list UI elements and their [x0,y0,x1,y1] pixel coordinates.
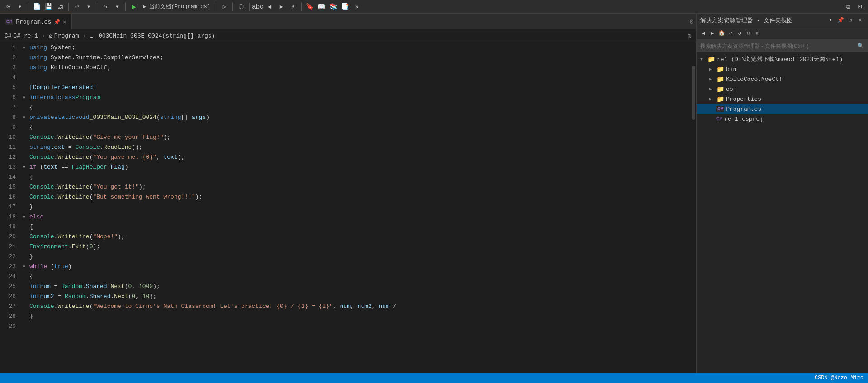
rp-maximize-icon[interactable]: ⊡ [846,16,854,24]
collapse-arrow-24 [20,272,28,282]
quick-launch-icon[interactable]: ⚡ [289,2,298,11]
run-button[interactable]: ▶ [129,2,138,11]
status-bar: CSDN @Nozo_Mizo [0,373,868,383]
line-number-14: 14 [5,172,16,182]
rp-toolbar-forward[interactable]: ▶ [708,29,716,38]
code-line-20: Console.WriteLine("Nope!"); [29,232,691,242]
rp-dropdown-icon[interactable]: ▾ [826,16,835,24]
bookmark2-icon[interactable]: 📖 [317,2,326,11]
code-line-7: { [29,103,691,113]
breadcrumb-class[interactable]: ⚙ Program [49,33,79,40]
breakpoint-icon[interactable]: ⬡ [237,2,246,11]
tree-item-2[interactable]: ▶📁obj [697,84,868,94]
line-number-9: 9 [5,123,16,132]
bookmark-icon[interactable]: 🔖 [305,2,314,11]
toolbar-right-2[interactable]: ⊡ [855,2,864,11]
collapse-arrow-27 [20,302,28,312]
line-number-22: 22 [5,252,16,262]
main-area: C# Program.cs 📌 ✕ ⚙ C# C# re-1 › ⚙ Progr… [0,14,868,373]
collapse-arrow-6[interactable]: ▼ [20,93,28,103]
tree-item-4[interactable]: C#Program.cs [697,104,868,114]
toolbar-dropdown-1[interactable]: ▾ [15,2,24,11]
new-file-icon[interactable]: 📄 [32,2,41,11]
line-number-29: 29 [5,322,16,331]
tree-item-0[interactable]: ▶📁bin [697,64,868,74]
toolbar-icon-1[interactable]: ⊙ [4,2,13,11]
collapse-arrow-23[interactable]: ▼ [20,262,28,272]
code-content[interactable]: using System;using System.Runtime.Compil… [28,43,691,373]
rp-close-icon[interactable]: ✕ [856,16,864,24]
tab-pin-icon[interactable]: 📌 [54,19,60,25]
root-label: re1 (D:\浏览器下载\moectf2023天网\re1) [717,55,843,63]
editor-breadcrumb: C# C# re-1 › ⚙ Program › ☁ _003CMain_003… [0,29,696,43]
line-number-4: 4 [5,73,16,83]
breadcrumb-method[interactable]: ☁ _003CMain_003E_0024(string[] args) [90,33,215,40]
tab-close-icon[interactable]: ✕ [63,19,66,25]
collapse-arrow-14 [20,172,28,182]
line-number-26: 26 [5,292,16,302]
save-icon[interactable]: 💾 [44,2,53,11]
run-label[interactable]: ▶ 当前文档(Program.cs) [141,2,212,11]
solution-search-icon[interactable]: 🔍 [856,42,864,50]
collapse-arrow-10 [20,132,28,142]
nav-back-icon[interactable]: ◀ [265,2,274,11]
method-icon: ☁ [90,33,93,40]
save-all-icon[interactable]: 🗂 [56,2,65,11]
toolbar-more[interactable]: » [352,2,361,11]
editor-scrollbar[interactable] [691,43,696,373]
line-number-20: 20 [5,232,16,242]
tree-item-1[interactable]: ▶📁KoitoCoco.MoeCtf [697,74,868,84]
code-line-11: string text = Console.ReadLine(); [29,142,691,152]
bookmark3-icon[interactable]: 📚 [329,2,338,11]
rp-toolbar-home[interactable]: 🏠 [717,29,726,38]
breadcrumb-lang[interactable]: C# C# re-1 [5,33,38,39]
tree-item-3[interactable]: ▶📁Properties [697,94,868,104]
code-line-17: } [29,202,691,212]
proj-icon-5: C# [716,116,722,122]
rp-toolbar-back[interactable]: ◀ [699,29,707,38]
breadcrumb-scroll-right[interactable]: ⊕ [687,32,692,41]
collapse-arrow-1[interactable]: ▼ [20,43,28,53]
line-number-6: 6 [5,93,16,103]
play-icon[interactable]: ▷ [220,2,229,11]
solution-search-input[interactable] [700,43,854,49]
collapse-arrow-2 [20,53,28,63]
toolbar-right-1[interactable]: ⧉ [844,2,853,11]
redo-icon[interactable]: ↪ [101,2,110,11]
rp-pin-icon[interactable]: 📌 [836,16,844,24]
line-number-25: 25 [5,282,16,292]
collapse-arrow-8[interactable]: ▼ [20,113,28,123]
editor-tab-program[interactable]: C# Program.cs 📌 ✕ [0,14,72,29]
collapse-arrow-28 [20,312,28,322]
rp-toolbar-refresh[interactable]: ↺ [735,29,744,38]
collapse-arrow-22 [20,252,28,262]
code-line-13: if (text == FlagHelper.Flag) [29,162,691,172]
tree-root[interactable]: ▼📁re1 (D:\浏览器下载\moectf2023天网\re1) [697,54,868,64]
tab-scroll-icon[interactable]: ⚙ [687,17,696,26]
editor-panel: C# Program.cs 📌 ✕ ⚙ C# C# re-1 › ⚙ Progr… [0,14,696,373]
collapse-arrow-18[interactable]: ▼ [20,212,28,222]
spell-icon[interactable]: abc [253,2,262,11]
code-area: 1234567891011121314151617181920212223242… [0,43,696,373]
bookmark4-icon[interactable]: 📑 [341,2,350,11]
code-line-19: { [29,222,691,232]
tree-item-5[interactable]: C#re-1.csproj [697,114,868,124]
code-line-8: private static void _003CMain_003E_0024(… [29,113,691,123]
main-toolbar: ⊙ ▾ 📄 💾 🗂 ↩ ▾ ↪ ▾ ▶ ▶ 当前文档(Program.cs) ▷… [0,0,868,14]
editor-scrollbar-thumb[interactable] [692,66,695,120]
undo-icon[interactable]: ↩ [72,2,81,11]
rp-toolbar-layout[interactable]: ⊟ [745,29,753,38]
rp-toolbar-copy[interactable]: ⊞ [754,29,762,38]
collapse-arrow-25 [20,282,28,292]
undo-dropdown[interactable]: ▾ [84,2,93,11]
collapse-arrow-11 [20,142,28,152]
collapse-arrow-29 [20,322,28,331]
collapse-gutter: ▼▼▼▼▼▼ [20,43,28,373]
solution-tree: ▼📁re1 (D:\浏览器下载\moectf2023天网\re1)▶📁bin▶📁… [697,52,868,373]
nav-forward-icon[interactable]: ▶ [277,2,286,11]
redo-dropdown[interactable]: ▾ [113,2,122,11]
rp-toolbar-sync[interactable]: ↩ [726,29,735,38]
root-folder-icon: 📁 [707,56,715,63]
line-number-11: 11 [5,142,16,152]
collapse-arrow-13[interactable]: ▼ [20,162,28,172]
